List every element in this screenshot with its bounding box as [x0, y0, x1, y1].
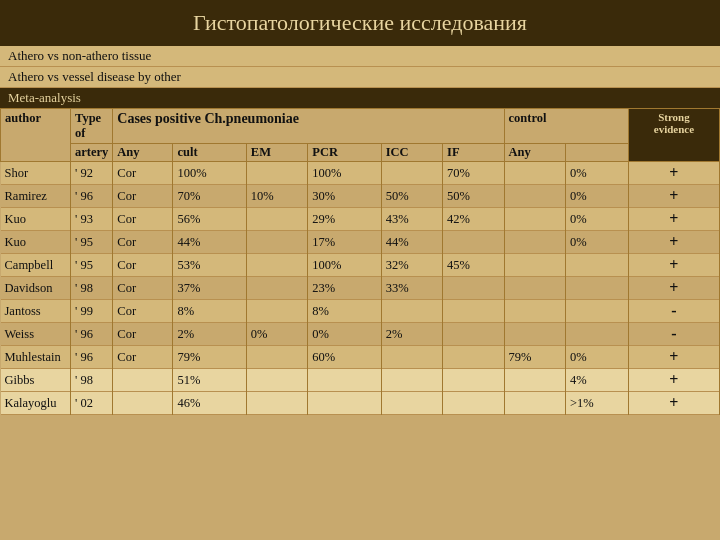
table-cell: 51%: [173, 369, 246, 392]
table-row: Muhlestain' 96Cor79%60%79%0%+: [1, 346, 720, 369]
table-cell: [504, 277, 565, 300]
table-cell: [504, 323, 565, 346]
col-header-cult: cult: [173, 144, 246, 162]
table-row: Kuo' 95Cor44%17%44%0%+: [1, 231, 720, 254]
table-cell: 45%: [443, 254, 504, 277]
table-cell: ' 98: [71, 369, 113, 392]
table-cell: Ramirez: [1, 185, 71, 208]
table-cell: ' 93: [71, 208, 113, 231]
table-row: Kalayoglu' 0246%>1%+: [1, 392, 720, 415]
table-cell: 100%: [308, 254, 381, 277]
table-cell: Campbell: [1, 254, 71, 277]
table-cell: Cor: [113, 162, 173, 185]
col-header-artery: artery: [71, 144, 113, 162]
col-header-any: Any: [113, 144, 173, 162]
table-cell: Weiss: [1, 323, 71, 346]
table-cell: 0%: [565, 185, 628, 208]
col-header-pcr: PCR: [308, 144, 381, 162]
table-cell: [381, 300, 442, 323]
col-header-control: control: [504, 109, 628, 144]
table-header-top: author Type of Cases positive Ch.pneumon…: [1, 109, 720, 144]
table-cell: 0%: [565, 346, 628, 369]
table-cell: 79%: [504, 346, 565, 369]
table-cell: [443, 369, 504, 392]
table-cell: [504, 254, 565, 277]
table-cell: [443, 277, 504, 300]
table-cell: Cor: [113, 254, 173, 277]
table-cell: Cor: [113, 300, 173, 323]
table-row: Campbell' 95Cor53%100%32%45%+: [1, 254, 720, 277]
table-cell: 8%: [308, 300, 381, 323]
table-cell: 29%: [308, 208, 381, 231]
table-cell: Cor: [113, 231, 173, 254]
title-bar: Гистопатологические исследования: [0, 0, 720, 46]
col-header-if: IF: [443, 144, 504, 162]
table-cell: 10%: [246, 185, 307, 208]
table-cell: ' 95: [71, 254, 113, 277]
table-cell: Shor: [1, 162, 71, 185]
table-cell: [565, 277, 628, 300]
table-cell: 43%: [381, 208, 442, 231]
table-cell: 70%: [443, 162, 504, 185]
table-cell: [246, 369, 307, 392]
table-cell: Muhlestain: [1, 346, 71, 369]
table-cell: [113, 369, 173, 392]
table-cell: 60%: [308, 346, 381, 369]
table-cell: [381, 369, 442, 392]
col-header-icc: ICC: [381, 144, 442, 162]
table-cell: 100%: [308, 162, 381, 185]
table-row: Shor' 92Cor100%100%70%0%+: [1, 162, 720, 185]
table-cell: [246, 208, 307, 231]
table-row: Gibbs' 9851%4%+: [1, 369, 720, 392]
table-cell: 0%: [565, 231, 628, 254]
table-cell: ' 96: [71, 323, 113, 346]
table-cell: +: [628, 231, 719, 254]
col-header-type: Type of: [71, 109, 113, 144]
table-cell: [504, 185, 565, 208]
table-cell: [504, 231, 565, 254]
table-cell: 70%: [173, 185, 246, 208]
table-cell: [246, 254, 307, 277]
table-cell: 2%: [173, 323, 246, 346]
table-cell: 4%: [565, 369, 628, 392]
table-cell: [308, 392, 381, 415]
table-cell: [246, 300, 307, 323]
table-cell: 32%: [381, 254, 442, 277]
table-cell: +: [628, 392, 719, 415]
table-cell: 0%: [308, 323, 381, 346]
table-cell: Davidson: [1, 277, 71, 300]
table-cell: ' 98: [71, 277, 113, 300]
page-title: Гистопатологические исследования: [193, 10, 527, 35]
table-cell: ' 95: [71, 231, 113, 254]
table-cell: +: [628, 185, 719, 208]
table-cell: 79%: [173, 346, 246, 369]
table-cell: [504, 162, 565, 185]
table-cell: [246, 346, 307, 369]
table-cell: [504, 369, 565, 392]
table-cell: [443, 231, 504, 254]
table-row: Kuo' 93Cor56%29%43%42%0%+: [1, 208, 720, 231]
table-cell: +: [628, 254, 719, 277]
table-cell: 42%: [443, 208, 504, 231]
table-cell: [504, 208, 565, 231]
table-cell: [246, 162, 307, 185]
table-cell: +: [628, 208, 719, 231]
table-cell: [443, 346, 504, 369]
table-cell: Jantoss: [1, 300, 71, 323]
col-header-cases: Cases positive Ch.pneumoniae: [113, 109, 504, 144]
table-cell: +: [628, 346, 719, 369]
table-cell: Cor: [113, 277, 173, 300]
main-table: author Type of Cases positive Ch.pneumon…: [0, 108, 720, 415]
table-cell: 0%: [565, 162, 628, 185]
meta-row: Meta-analysis: [0, 88, 720, 108]
table-cell: [246, 392, 307, 415]
table-cell: [504, 392, 565, 415]
table-cell: ' 96: [71, 185, 113, 208]
table-cell: -: [628, 300, 719, 323]
table-cell: ' 99: [71, 300, 113, 323]
col-header-author: author: [1, 109, 71, 162]
table-cell: [565, 323, 628, 346]
table-cell: [381, 346, 442, 369]
table-cell: 2%: [381, 323, 442, 346]
table-cell: 50%: [381, 185, 442, 208]
